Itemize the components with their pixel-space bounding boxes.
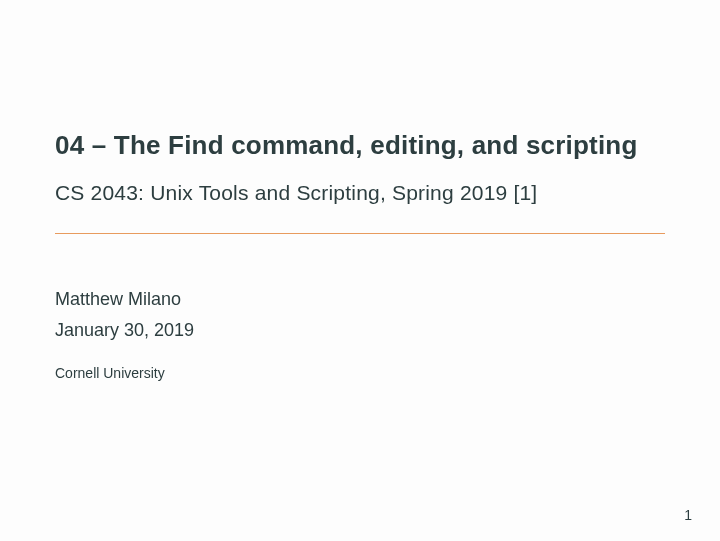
institution-name: Cornell University [55, 365, 665, 381]
author-name: Matthew Milano [55, 289, 665, 310]
slide-title: 04 – The Find command, editing, and scri… [55, 130, 665, 161]
divider-line [55, 233, 665, 234]
slide-subtitle: CS 2043: Unix Tools and Scripting, Sprin… [55, 181, 665, 205]
page-number: 1 [684, 507, 692, 523]
presentation-date: January 30, 2019 [55, 320, 665, 341]
